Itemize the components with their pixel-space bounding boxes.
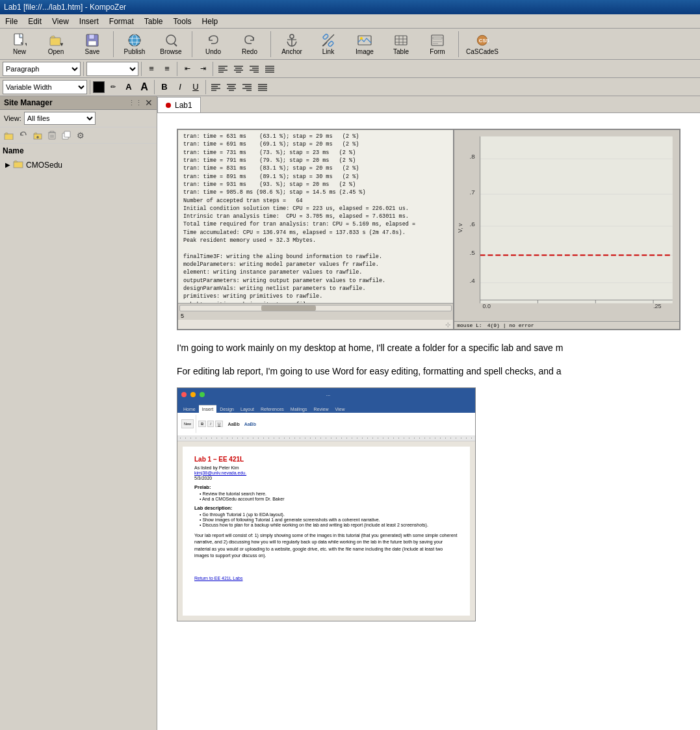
unordered-list-button[interactable]: ≡ (160, 62, 174, 76)
editor-paragraph-1: I'm going to work mainly on my desktop a… (177, 341, 681, 356)
tree-item-cmosedu[interactable]: ▶ CMOSedu (3, 158, 154, 172)
word-tab-view[interactable]: View (331, 406, 348, 413)
menu-view[interactable]: View (47, 16, 74, 27)
word-tab-layout[interactable]: Layout (237, 406, 257, 413)
text-justify-button[interactable] (255, 80, 270, 94)
lab1-tab[interactable]: Lab1 (157, 97, 201, 112)
tree-expand-arrow: ▶ (5, 161, 10, 168)
svg-rect-76 (64, 131, 70, 137)
form-button[interactable]: Form (421, 30, 454, 59)
svg-text:.5: .5 (470, 249, 476, 256)
bold-button[interactable]: B (157, 80, 172, 94)
svg-text:▼: ▼ (59, 42, 63, 47)
resize-handle-icon[interactable]: ⊹ (445, 321, 450, 328)
simulation-screenshot-block: tran: time = 631 ms (63.1 %); stap = 29 … (177, 129, 681, 330)
word-ribbon-sep (196, 415, 196, 433)
site-manager-title: Site Manager (4, 98, 53, 107)
save-button[interactable]: Save (75, 30, 109, 59)
outdent-button[interactable]: ⇤ (180, 62, 194, 76)
svg-text:0.0: 0.0 (483, 303, 491, 309)
svg-point-22 (360, 37, 363, 40)
site-manager-close-button[interactable]: ✕ (145, 98, 153, 108)
indent-button[interactable]: ⇥ (196, 62, 210, 76)
word-ribbon-group: B I U (198, 421, 223, 427)
menu-table[interactable]: Table (139, 16, 168, 27)
word-tab-review[interactable]: Review (311, 406, 332, 413)
anchor-button[interactable]: Anchor (275, 30, 309, 59)
view-label: View: (4, 114, 21, 122)
word-italic-btn[interactable]: I (207, 421, 214, 427)
paragraph-select[interactable]: Paragraph Heading 1 Heading 2 (3, 62, 81, 76)
text-align-center-button[interactable] (224, 80, 239, 94)
font-name-select[interactable]: Variable Width Arial Times New Roman Cou… (3, 80, 87, 94)
publish-label: Publish (124, 48, 146, 55)
graph-svg: .8 .7 .6 .5 .4 V, v 0.0 .25 (454, 130, 679, 329)
word-tab-home[interactable]: Home (180, 406, 199, 413)
doc-lab-desc-title: Lab description: (194, 505, 458, 511)
align-left-button[interactable] (216, 62, 230, 76)
side-toolbar: ⚙ (0, 127, 157, 144)
site-manager-drag-handle[interactable]: ⋮⋮ (128, 99, 142, 107)
copy-button[interactable] (60, 129, 73, 142)
word-tab-mailings[interactable]: Mailings (287, 406, 311, 413)
publish-icon (127, 33, 142, 48)
font-size-decrease-button[interactable]: A (122, 80, 136, 94)
delete-button[interactable] (45, 129, 58, 142)
menu-format[interactable]: Format (104, 16, 139, 27)
doc-author-link: kimj38@unlv.nevada.edu. (194, 471, 246, 475)
align-center-button[interactable] (231, 62, 246, 76)
italic-button[interactable]: I (173, 80, 187, 94)
view-select[interactable]: All files Site files (24, 112, 96, 125)
menu-tools[interactable]: Tools (168, 16, 197, 27)
text-align-right-button[interactable] (240, 80, 254, 94)
underline-button[interactable]: U (188, 80, 203, 94)
menu-edit[interactable]: Edit (23, 16, 47, 27)
menu-bar: File Edit View Insert Format Table Tools… (0, 14, 700, 29)
text-align-left-button[interactable] (209, 80, 223, 94)
style-select[interactable] (86, 62, 138, 76)
font-edit-button[interactable]: ✏ (106, 80, 120, 94)
table-icon (393, 33, 409, 48)
word-tab-insert[interactable]: Insert (199, 405, 217, 413)
ordered-list-button[interactable]: ≡ (144, 62, 159, 76)
image-button[interactable]: Image (348, 30, 382, 59)
browse-button[interactable]: Browse (154, 30, 188, 59)
word-bold-btn[interactable]: B (198, 421, 206, 427)
svg-text:.7: .7 (470, 189, 475, 196)
cascades-button[interactable]: CSS CaSCadeS (463, 30, 502, 59)
word-tab-design[interactable]: Design (216, 406, 237, 413)
publish-button[interactable]: Publish (118, 30, 151, 59)
redo-button[interactable]: Redo (233, 30, 266, 59)
undo-button[interactable]: Undo (196, 30, 230, 59)
word-tab-references[interactable]: References (257, 406, 287, 413)
settings-button[interactable]: ⚙ (74, 129, 87, 142)
new-button[interactable]: ▼ New (3, 30, 36, 59)
new-folder-button[interactable] (31, 129, 44, 142)
svg-line-18 (326, 38, 330, 42)
link-button[interactable]: Link (311, 30, 345, 59)
word-title-bar: ... (177, 388, 475, 401)
table-button[interactable]: Table (384, 30, 418, 59)
open-button[interactable]: ▼ Open (39, 30, 73, 59)
font-color-box (93, 81, 105, 93)
menu-help[interactable]: Help (197, 16, 224, 27)
align-right-button[interactable] (247, 62, 261, 76)
editor-content-area[interactable]: 505 px tran: time = 631 ms (63.1 %); sta… (157, 113, 700, 730)
sim-scrollbar[interactable] (178, 303, 453, 312)
graph-mouse-label: mouse L: (457, 322, 482, 328)
browse-label: Browse (160, 48, 181, 55)
doc-body-text: Your lab report will consist of: 1) simp… (194, 532, 458, 560)
refresh-button[interactable] (17, 129, 30, 142)
svg-text:.6: .6 (470, 220, 476, 228)
font-size-increase-button[interactable]: A (137, 80, 151, 94)
menu-insert[interactable]: Insert (74, 16, 104, 27)
open-file-button[interactable] (3, 129, 16, 142)
font-color-picker[interactable] (93, 81, 105, 93)
tree-item-label: CMOSedu (26, 161, 62, 170)
menu-file[interactable]: File (0, 16, 23, 27)
justify-button[interactable] (263, 62, 277, 76)
doc-author-line: As listed by Peter Kim (194, 465, 458, 470)
word-ribbon-new-btn[interactable]: New (181, 419, 194, 428)
word-underline-btn[interactable]: U (215, 421, 223, 427)
svg-rect-19 (322, 34, 328, 40)
